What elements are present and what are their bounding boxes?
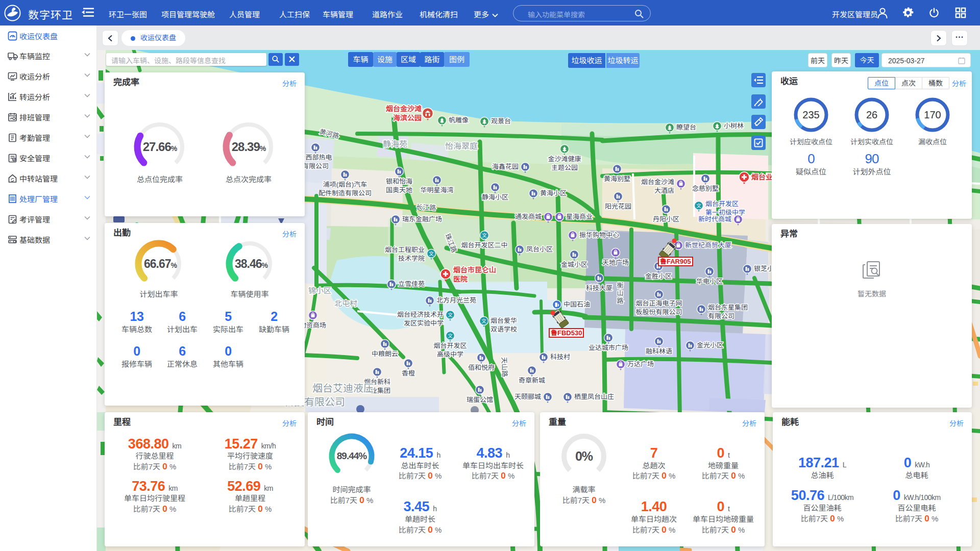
svg-text:锦小区: 锦小区 [308, 286, 331, 295]
svg-text:奇章新城: 奇章新城 [519, 377, 545, 384]
svg-text:业达城市广场: 业达城市广场 [589, 344, 628, 352]
svg-text:天山路: 天山路 [500, 357, 508, 378]
svg-text:烟台正海电子网: 烟台正海电子网 [635, 299, 682, 307]
svg-text:烟台开发区二中: 烟台开发区二中 [461, 241, 507, 249]
svg-text:小树林: 小树林 [724, 122, 744, 130]
svg-text:星海商业: 星海商业 [566, 213, 593, 220]
svg-text:帆雕像: 帆雕像 [449, 116, 469, 124]
svg-text:银芝小: 银芝小 [754, 265, 774, 272]
svg-text:念慈别墅: 念慈别墅 [692, 185, 719, 192]
svg-text:有限公司: 有限公司 [302, 162, 329, 170]
svg-text:高级中学: 高级中学 [437, 350, 463, 358]
svg-text:立雪佳苑: 立雪佳苑 [398, 280, 425, 288]
svg-text:丹阳小区: 丹阳小区 [653, 215, 679, 223]
svg-text:天地广场: 天地广场 [602, 259, 629, 266]
svg-text:烟台爱华: 烟台爱华 [491, 317, 517, 324]
svg-text:板股份有限公司: 板股份有限公司 [635, 308, 682, 316]
svg-text:瑞东金融广场: 瑞东金融广场 [402, 215, 442, 223]
svg-text:医院: 医院 [453, 275, 468, 283]
svg-text:金沙滩健康: 金沙滩健康 [548, 155, 581, 163]
svg-text:海滨公园: 海滨公园 [393, 114, 422, 122]
svg-text:黄海别墅: 黄海别墅 [604, 175, 630, 183]
svg-text:新时代商城: 新时代商城 [698, 215, 731, 223]
svg-text:中粮朗云: 中粮朗云 [372, 350, 398, 358]
svg-text:金城小区: 金城小区 [561, 261, 587, 268]
svg-text:华明星海湾: 华明星海湾 [420, 186, 453, 194]
svg-text:北屯村: 北屯村 [334, 299, 357, 308]
svg-text:衡山路: 衡山路 [616, 282, 624, 305]
svg-text:栖里凤台山庄: 栖里凤台山庄 [574, 393, 614, 400]
svg-text:科技村: 科技村 [550, 353, 570, 361]
svg-text:烟台开发区: 烟台开发区 [705, 200, 739, 208]
svg-text:烟台金沙滩: 烟台金沙滩 [641, 178, 674, 186]
svg-text:凤台小区: 凤台小区 [526, 245, 553, 253]
svg-text:银和怡海: 银和怡海 [386, 178, 412, 185]
svg-text:发区实验中学: 发区实验中学 [404, 319, 444, 327]
svg-text:海鑫花园: 海鑫花园 [492, 163, 519, 170]
svg-text:融科林语: 融科林语 [646, 347, 672, 355]
svg-text:烟台工程职业: 烟台工程职业 [385, 246, 425, 254]
svg-text:长江路: 长江路 [416, 203, 436, 212]
svg-text:静海小区: 静海小区 [482, 193, 508, 201]
svg-text:烟台经济技术开: 烟台经济技术开 [397, 311, 444, 318]
svg-text:烟台市昆仑山: 烟台市昆仑山 [453, 266, 496, 274]
svg-text:双语学校: 双语学校 [491, 325, 517, 333]
svg-text:振华购物中心: 振华购物中心 [579, 231, 619, 239]
svg-text:佰和悦府: 佰和悦府 [468, 364, 495, 371]
svg-text:怡海翠庭: 怡海翠庭 [445, 142, 478, 151]
svg-text:北方月光兰苑: 北方月光兰苑 [436, 296, 476, 304]
svg-text:新世纪商贸大厦: 新世纪商贸大厦 [685, 241, 731, 249]
svg-text:配件制造有限公司: 配件制造有限公司 [318, 189, 372, 197]
svg-text:国奥天地: 国奥天地 [386, 186, 412, 194]
svg-text:香橙: 香橙 [402, 369, 415, 377]
svg-text:瑞蛋公馆: 瑞蛋公馆 [467, 396, 493, 404]
svg-text:烟台金沙滩: 烟台金沙滩 [386, 105, 422, 113]
svg-text:黄海小区: 黄海小区 [540, 189, 567, 197]
svg-text:科技大厦: 科技大厦 [586, 284, 612, 292]
svg-text:华电小区: 华电小区 [696, 278, 723, 285]
svg-text:浦项(烟台)汽车: 浦项(烟台)汽车 [323, 181, 368, 188]
svg-text:烟台东星集团: 烟台东星集团 [708, 304, 748, 311]
svg-text:技术学院: 技术学院 [398, 255, 425, 262]
svg-text:万达广场: 万达广场 [627, 360, 654, 368]
svg-text:烟台开发区: 烟台开发区 [433, 342, 467, 349]
svg-text:金胜小区: 金胜小区 [645, 272, 672, 280]
svg-text:金光小区: 金光小区 [697, 341, 723, 349]
svg-text:通发商城: 通发商城 [515, 213, 542, 220]
svg-text:有限公司: 有限公司 [708, 312, 734, 320]
svg-text:观景台: 观景台 [491, 117, 511, 125]
svg-text:瞭望台: 瞭望台 [676, 123, 696, 131]
svg-text:大酒店: 大酒店 [654, 187, 674, 194]
svg-text:静海苑: 静海苑 [383, 140, 407, 148]
svg-text:主题公园: 主题公园 [551, 164, 578, 171]
svg-text:阳光花园: 阳光花园 [605, 203, 631, 210]
svg-text:烟台艾迪液压: 烟台艾迪液压 [312, 383, 374, 394]
svg-text:天颐郦城: 天颐郦城 [514, 393, 541, 400]
